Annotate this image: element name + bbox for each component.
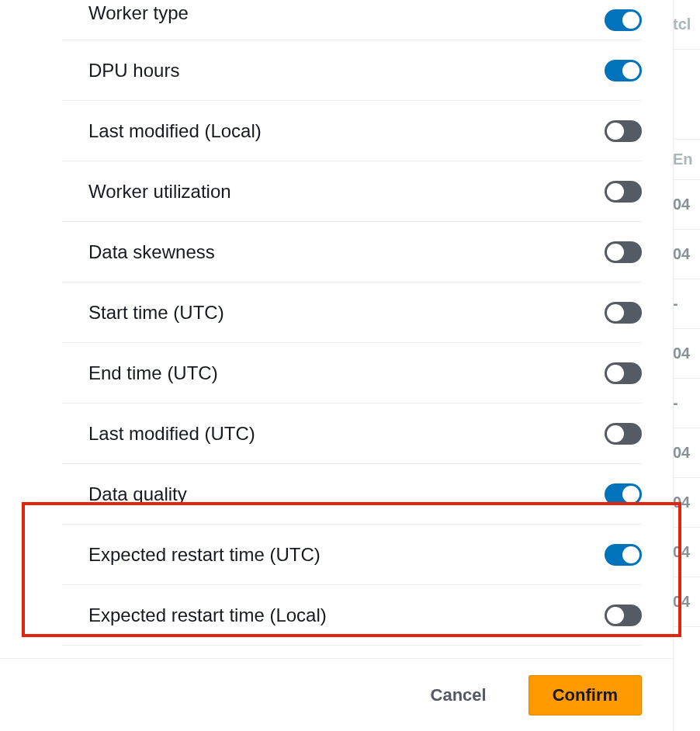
setting-label: DPU hours bbox=[62, 60, 179, 81]
confirm-button[interactable]: Confirm bbox=[528, 675, 642, 715]
setting-label: Expected restart time (Local) bbox=[62, 605, 327, 626]
column-preferences-panel: Worker typeDPU hoursLast modified (Local… bbox=[0, 0, 674, 731]
bg-cell: 04 bbox=[670, 577, 700, 627]
setting-label: Last modified (UTC) bbox=[62, 423, 255, 445]
setting-row: Start time (UTC) bbox=[62, 282, 642, 343]
toggle-knob bbox=[622, 12, 639, 29]
bg-col-header: tcl bbox=[670, 0, 700, 50]
toggle-list: Worker typeDPU hoursLast modified (Local… bbox=[0, 0, 673, 658]
setting-label: Data quality bbox=[62, 483, 187, 505]
setting-toggle[interactable] bbox=[605, 483, 642, 505]
bg-cell: 04 bbox=[670, 428, 700, 478]
setting-toggle[interactable] bbox=[605, 120, 642, 142]
setting-label: Worker type bbox=[62, 2, 189, 24]
setting-toggle[interactable] bbox=[605, 605, 642, 626]
setting-toggle[interactable] bbox=[605, 362, 642, 384]
toggle-knob bbox=[607, 365, 624, 382]
setting-row: Last modified (UTC) bbox=[62, 404, 642, 464]
setting-toggle[interactable] bbox=[605, 60, 642, 81]
setting-row: Last modified (Local) bbox=[62, 101, 642, 161]
setting-toggle[interactable] bbox=[605, 302, 642, 324]
toggle-knob bbox=[607, 123, 624, 140]
bg-cell: 04 bbox=[670, 329, 700, 379]
bg-col-header-2: En bbox=[670, 140, 700, 180]
bg-cell: 04 bbox=[670, 180, 700, 230]
setting-row: Data skewness bbox=[62, 222, 642, 282]
setting-row: Expected restart time (Local) bbox=[62, 585, 642, 646]
setting-toggle[interactable] bbox=[605, 544, 642, 566]
bg-cell: - bbox=[670, 379, 700, 428]
setting-label: Worker utilization bbox=[62, 181, 231, 203]
toggle-knob bbox=[622, 62, 639, 79]
setting-row: End time (UTC) bbox=[62, 343, 642, 404]
setting-row: Worker utilization bbox=[62, 161, 642, 222]
bg-cell: 04 bbox=[670, 478, 700, 528]
setting-toggle[interactable] bbox=[605, 9, 642, 31]
bg-cell: - bbox=[670, 279, 700, 329]
toggle-knob bbox=[607, 607, 624, 624]
bg-header-text: tcl bbox=[673, 16, 691, 33]
toggle-knob bbox=[607, 244, 624, 261]
bg-cell: 04 bbox=[670, 528, 700, 577]
background-table-fragment: tcl En 04 04 - 04 - 04 04 04 04 bbox=[669, 0, 700, 731]
setting-toggle[interactable] bbox=[605, 241, 642, 263]
setting-label: Data skewness bbox=[62, 241, 215, 263]
bg-cell: 04 bbox=[670, 230, 700, 279]
setting-label: Expected restart time (UTC) bbox=[62, 544, 321, 566]
setting-toggle[interactable] bbox=[605, 423, 642, 445]
setting-row: Data quality bbox=[62, 464, 642, 525]
toggle-knob bbox=[607, 304, 624, 321]
toggle-knob bbox=[607, 183, 624, 200]
setting-row: Worker type bbox=[62, 0, 642, 40]
setting-toggle[interactable] bbox=[605, 181, 642, 203]
setting-row: DPU hours bbox=[62, 40, 642, 101]
toggle-knob bbox=[622, 486, 639, 503]
cancel-button[interactable]: Cancel bbox=[407, 675, 510, 715]
toggle-knob bbox=[622, 546, 639, 563]
setting-label: Start time (UTC) bbox=[62, 302, 224, 324]
dialog-footer: Cancel Confirm bbox=[0, 658, 673, 731]
toggle-knob bbox=[607, 425, 624, 442]
setting-label: Last modified (Local) bbox=[62, 120, 262, 142]
setting-label: End time (UTC) bbox=[62, 362, 218, 384]
setting-row: Expected restart time (UTC) bbox=[62, 525, 642, 585]
bg-header-text-2: En bbox=[673, 151, 693, 168]
